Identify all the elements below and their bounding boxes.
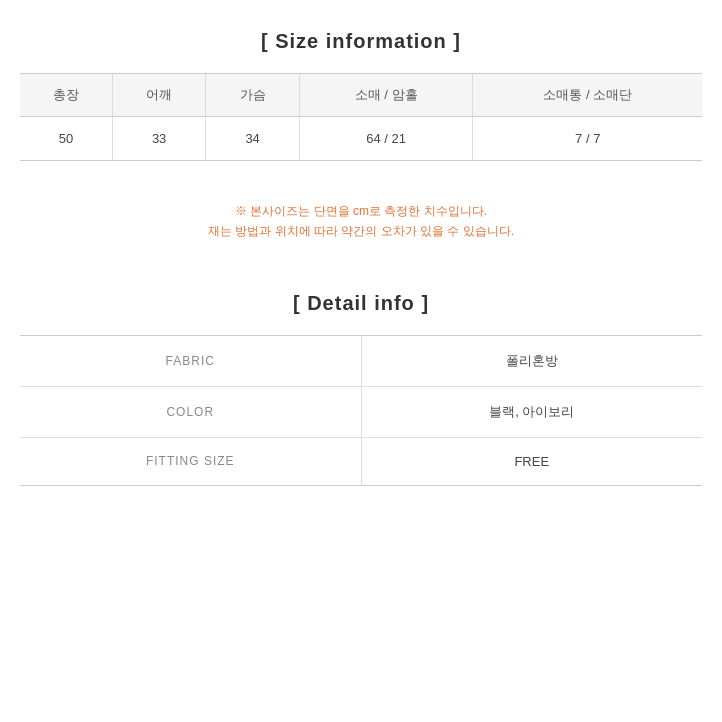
page-container: [ Size information ] 총장 어깨 가슴 소매 / 암홀 소매… [0, 0, 722, 516]
cell-shoulder: 33 [112, 117, 205, 161]
size-table-header-row: 총장 어깨 가슴 소매 / 암홀 소매통 / 소매단 [20, 74, 702, 117]
size-note-line1: ※ 본사이즈는 단면을 cm로 측정한 치수입니다. [30, 201, 692, 221]
header-total-length: 총장 [20, 74, 112, 117]
detail-label-fabric: FABRIC [20, 336, 361, 387]
size-table: 총장 어깨 가슴 소매 / 암홀 소매통 / 소매단 50 33 34 64 /… [20, 74, 702, 160]
detail-table: FABRIC폴리혼방COLOR블랙, 아이보리FITTING SIZEFREE [20, 336, 702, 485]
detail-value-fabric: 폴리혼방 [361, 336, 702, 387]
cell-sleeve-cuff: 7 / 7 [473, 117, 702, 161]
detail-table-wrapper: FABRIC폴리혼방COLOR블랙, 아이보리FITTING SIZEFREE [20, 335, 702, 486]
size-info-section: [ Size information ] 총장 어깨 가슴 소매 / 암홀 소매… [20, 30, 702, 282]
cell-total-length: 50 [20, 117, 112, 161]
detail-table-row: FABRIC폴리혼방 [20, 336, 702, 387]
size-table-row: 50 33 34 64 / 21 7 / 7 [20, 117, 702, 161]
detail-table-row: FITTING SIZEFREE [20, 437, 702, 485]
cell-chest: 34 [206, 117, 299, 161]
size-section-title: [ Size information ] [20, 30, 702, 53]
size-table-wrapper: 총장 어깨 가슴 소매 / 암홀 소매통 / 소매단 50 33 34 64 /… [20, 73, 702, 161]
header-chest: 가슴 [206, 74, 299, 117]
detail-label-fitting-size: FITTING SIZE [20, 437, 361, 485]
detail-section-title: [ Detail info ] [20, 292, 702, 315]
header-shoulder: 어깨 [112, 74, 205, 117]
detail-info-section: [ Detail info ] FABRIC폴리혼방COLOR블랙, 아이보리F… [20, 292, 702, 486]
cell-sleeve-armhole: 64 / 21 [299, 117, 473, 161]
header-sleeve-armhole: 소매 / 암홀 [299, 74, 473, 117]
size-note-line2: 재는 방법과 위치에 따라 약간의 오차가 있을 수 있습니다. [30, 221, 692, 241]
detail-value-fitting-size: FREE [361, 437, 702, 485]
detail-label-color: COLOR [20, 386, 361, 437]
header-sleeve-cuff: 소매통 / 소매단 [473, 74, 702, 117]
size-note: ※ 본사이즈는 단면을 cm로 측정한 치수입니다. 재는 방법과 위치에 따라… [20, 181, 702, 282]
detail-table-row: COLOR블랙, 아이보리 [20, 386, 702, 437]
detail-value-color: 블랙, 아이보리 [361, 386, 702, 437]
